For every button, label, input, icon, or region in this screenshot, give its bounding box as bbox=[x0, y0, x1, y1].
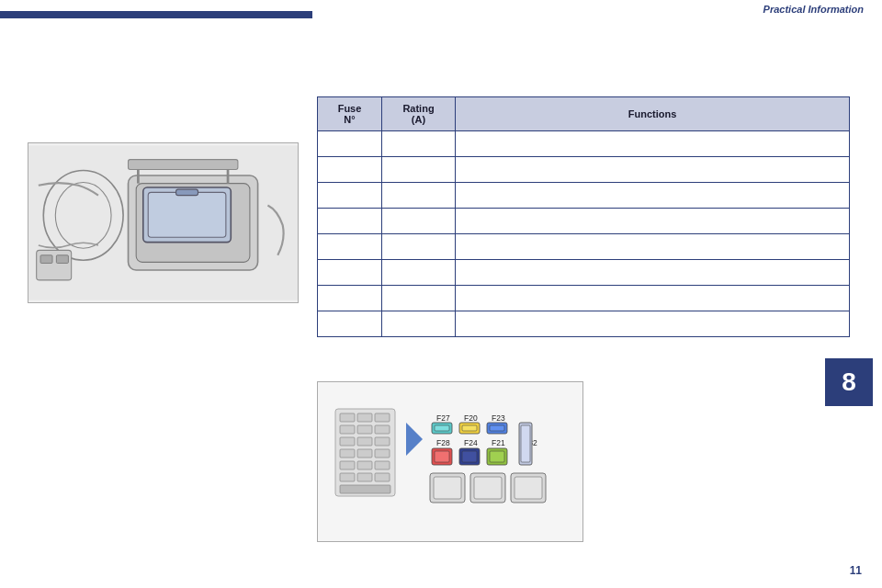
col-fuse-header: Fuse N° bbox=[318, 97, 382, 131]
col-rating-header: Rating (A) bbox=[382, 97, 456, 131]
svg-rect-15 bbox=[357, 413, 372, 422]
table-row bbox=[318, 183, 850, 209]
svg-text:F20: F20 bbox=[464, 413, 478, 423]
svg-rect-27 bbox=[357, 461, 372, 469]
fuse-table-container: Fuse N° Rating (A) Functions bbox=[317, 96, 850, 337]
svg-rect-60 bbox=[514, 477, 542, 499]
table-row bbox=[318, 234, 850, 260]
fuse-number-cell bbox=[318, 260, 382, 286]
svg-rect-26 bbox=[340, 461, 355, 469]
svg-rect-20 bbox=[340, 437, 355, 446]
fuse-function-cell bbox=[456, 131, 850, 157]
svg-rect-31 bbox=[375, 473, 390, 481]
svg-rect-18 bbox=[357, 425, 372, 434]
fuse-function-cell bbox=[456, 183, 850, 209]
fuse-rating-cell bbox=[382, 183, 456, 209]
fuse-number-cell bbox=[318, 183, 382, 209]
svg-rect-17 bbox=[340, 425, 355, 434]
svg-rect-58 bbox=[474, 477, 502, 499]
header-stripe bbox=[0, 11, 312, 18]
svg-rect-14 bbox=[340, 413, 355, 422]
svg-rect-23 bbox=[340, 449, 355, 458]
fuse-rating-cell bbox=[382, 131, 456, 157]
svg-rect-28 bbox=[375, 461, 390, 469]
svg-rect-29 bbox=[340, 473, 355, 481]
svg-text:F28: F28 bbox=[436, 438, 450, 447]
svg-rect-11 bbox=[129, 160, 238, 170]
svg-rect-32 bbox=[340, 485, 390, 493]
engine-fuse-box-image bbox=[28, 142, 299, 303]
table-row bbox=[318, 260, 850, 286]
table-row bbox=[318, 286, 850, 311]
table-row bbox=[318, 131, 850, 157]
table-row bbox=[318, 157, 850, 183]
col-functions-header: Functions bbox=[456, 97, 850, 131]
fuse-function-cell bbox=[456, 311, 850, 337]
svg-rect-6 bbox=[148, 192, 226, 237]
svg-rect-8 bbox=[37, 250, 72, 280]
svg-text:F23: F23 bbox=[492, 413, 505, 423]
fuse-number-cell bbox=[318, 209, 382, 234]
fuse-function-cell bbox=[456, 209, 850, 234]
fuse-number-cell bbox=[318, 234, 382, 260]
svg-rect-50 bbox=[462, 451, 477, 462]
svg-rect-19 bbox=[375, 425, 390, 434]
svg-rect-16 bbox=[375, 413, 390, 422]
svg-rect-42 bbox=[490, 425, 504, 431]
chapter-badge: 8 bbox=[825, 358, 873, 406]
engine-bay-sketch bbox=[28, 143, 298, 302]
table-row bbox=[318, 311, 850, 337]
svg-rect-52 bbox=[490, 451, 504, 462]
svg-rect-56 bbox=[434, 477, 461, 499]
fuse-function-cell bbox=[456, 157, 850, 183]
svg-rect-54 bbox=[521, 425, 530, 462]
svg-rect-21 bbox=[357, 437, 372, 446]
svg-text:F21: F21 bbox=[492, 438, 505, 447]
fuse-rating-cell bbox=[382, 157, 456, 183]
svg-rect-25 bbox=[375, 449, 390, 458]
svg-rect-24 bbox=[357, 449, 372, 458]
svg-rect-40 bbox=[462, 425, 477, 431]
fuse-number-cell bbox=[318, 286, 382, 311]
fuse-function-cell bbox=[456, 286, 850, 311]
fuse-rating-cell bbox=[382, 286, 456, 311]
page-number: 11 bbox=[850, 564, 862, 577]
fuse-table: Fuse N° Rating (A) Functions bbox=[317, 96, 850, 337]
svg-rect-48 bbox=[435, 451, 449, 462]
page-title: Practical Information bbox=[763, 4, 864, 15]
svg-text:F24: F24 bbox=[464, 438, 478, 447]
fuse-rating-cell bbox=[382, 260, 456, 286]
fuse-rating-cell bbox=[382, 234, 456, 260]
svg-rect-30 bbox=[357, 473, 372, 481]
table-row bbox=[318, 209, 850, 234]
fuse-diagram-svg: F27 F20 F23 F28 F24 F21 F32 bbox=[331, 395, 570, 528]
fuse-rating-cell bbox=[382, 311, 456, 337]
svg-rect-10 bbox=[56, 255, 68, 264]
svg-rect-22 bbox=[375, 437, 390, 446]
fuse-number-cell bbox=[318, 157, 382, 183]
fuse-number-cell bbox=[318, 131, 382, 157]
fuse-rating-cell bbox=[382, 209, 456, 234]
fuse-number-cell bbox=[318, 311, 382, 337]
svg-rect-9 bbox=[40, 255, 52, 264]
svg-rect-7 bbox=[176, 189, 198, 196]
fuse-function-cell bbox=[456, 234, 850, 260]
svg-text:F27: F27 bbox=[436, 413, 450, 423]
fuse-diagram-box: F27 F20 F23 F28 F24 F21 F32 bbox=[317, 381, 583, 542]
fuse-function-cell bbox=[456, 260, 850, 286]
header-bar: Practical Information bbox=[0, 0, 882, 20]
svg-rect-38 bbox=[435, 425, 449, 431]
